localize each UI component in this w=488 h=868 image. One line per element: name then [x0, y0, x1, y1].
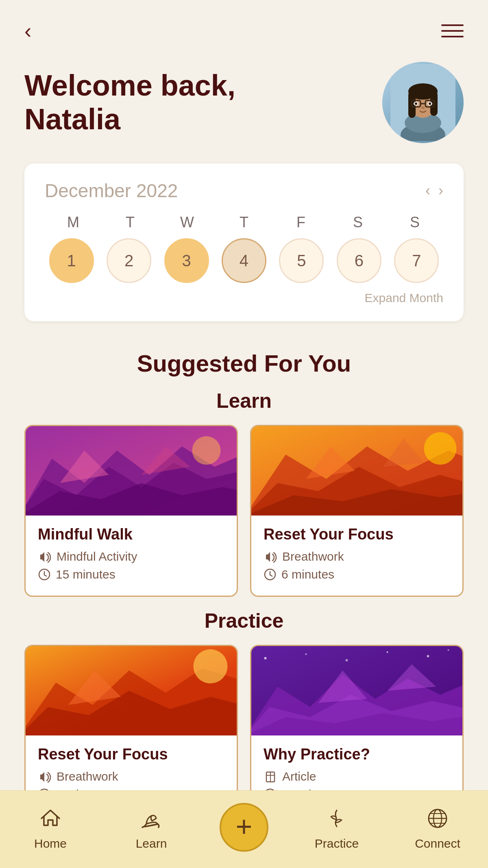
card-type-label-mindful-walk: Mindful Activity	[57, 550, 137, 563]
welcome-greeting: Welcome back, Natalia	[24, 69, 235, 136]
card-image-reset-focus-practice	[26, 646, 237, 735]
sound-icon-2	[264, 550, 277, 563]
svg-point-16	[429, 102, 431, 105]
calendar-header: December 2022 ‹ ›	[45, 180, 443, 202]
svg-point-9	[408, 85, 438, 98]
suggested-title: Suggested For You	[24, 350, 464, 377]
calendar-date-5[interactable]: 5	[279, 238, 324, 283]
card-time-mindful-walk: 15 minutes	[38, 568, 224, 581]
calendar-date-1[interactable]: 1	[49, 238, 94, 283]
welcome-section: Welcome back, Natalia	[0, 54, 488, 159]
calendar-dates-row: 1 2 3 4 5 6 7	[45, 238, 443, 283]
nav-label-learn: Learn	[136, 837, 167, 851]
connect-icon	[423, 804, 452, 833]
day-thu: T	[216, 214, 272, 231]
card-body-reset-focus-learn: Reset Your Focus Breathwork	[251, 516, 462, 596]
calendar-navigation: ‹ ›	[425, 183, 443, 198]
sound-icon	[38, 550, 52, 563]
card-reset-focus-learn[interactable]: Reset Your Focus Breathwork	[250, 425, 464, 597]
card-type-why-practice: Article	[264, 770, 450, 783]
card-mindful-walk[interactable]: Mindful Walk Mindful Activity	[24, 425, 238, 597]
nav-label-practice: Practice	[315, 837, 359, 851]
svg-point-32	[424, 432, 457, 465]
nav-item-connect[interactable]: Connect	[405, 804, 470, 851]
expand-month-button[interactable]: Expand Month	[45, 291, 443, 305]
svg-point-42	[305, 653, 307, 655]
nav-add-button[interactable]: +	[220, 803, 268, 852]
card-title-reset-focus-practice: Reset Your Focus	[38, 746, 224, 763]
card-type-reset-focus-practice: Breathwork	[38, 770, 224, 783]
practice-section-title: Practice	[24, 609, 464, 633]
calendar-next-button[interactable]: ›	[438, 183, 443, 198]
calendar-day-names: M T W T F S S	[45, 214, 443, 231]
nav-label-home: Home	[34, 837, 67, 851]
card-image-why-practice	[251, 646, 462, 735]
calendar-month-label: December 2022	[45, 180, 178, 202]
calendar-date-6[interactable]: 6	[337, 238, 381, 283]
day-fri: F	[272, 214, 329, 231]
svg-point-37	[194, 649, 228, 683]
nav-item-learn[interactable]: Learn	[119, 804, 184, 851]
practice-icon	[322, 804, 351, 833]
plus-icon: +	[236, 812, 253, 841]
calendar-date-2[interactable]: 2	[107, 238, 151, 283]
book-icon	[264, 770, 277, 783]
nav-item-home[interactable]: Home	[18, 804, 83, 851]
clock-icon-2	[264, 568, 277, 581]
svg-point-46	[448, 649, 449, 651]
card-type-label-why-practice: Article	[282, 770, 316, 783]
clock-icon-1	[38, 568, 51, 581]
nav-item-practice[interactable]: Practice	[304, 804, 369, 851]
day-wed: W	[159, 214, 216, 231]
card-body-mindful-walk: Mindful Walk Mindful Activity	[26, 516, 237, 596]
calendar-date-3[interactable]: 3	[164, 238, 209, 283]
suggested-section: Suggested For You Learn	[0, 342, 488, 837]
calendar-widget: December 2022 ‹ › M T W T F S S 1 2 3 4 …	[24, 163, 464, 321]
svg-point-43	[346, 659, 348, 661]
svg-point-15	[415, 102, 417, 105]
app-header: ‹	[0, 0, 488, 54]
day-sun: S	[386, 214, 443, 231]
card-image-reset-focus-learn	[251, 426, 462, 516]
calendar-prev-button[interactable]: ‹	[425, 183, 430, 198]
card-title-mindful-walk: Mindful Walk	[38, 526, 224, 543]
card-image-mindful-walk	[26, 426, 237, 516]
card-time-reset-focus-learn: 6 minutes	[264, 568, 450, 581]
sound-icon-3	[38, 770, 52, 783]
calendar-date-4[interactable]: 4	[222, 238, 266, 283]
learn-cards-grid: Mindful Walk Mindful Activity	[24, 425, 464, 597]
svg-point-24	[192, 436, 221, 465]
learn-icon	[137, 804, 166, 833]
learn-section-title: Learn	[24, 389, 464, 413]
card-type-mindful-walk: Mindful Activity	[38, 550, 224, 563]
card-type-label-reset-focus-learn: Breathwork	[282, 550, 344, 563]
day-mon: M	[45, 214, 102, 231]
day-sat: S	[329, 214, 386, 231]
calendar-date-7[interactable]: 7	[394, 238, 439, 283]
card-title-reset-focus-learn: Reset Your Focus	[264, 526, 450, 543]
svg-point-45	[427, 655, 429, 657]
card-type-label-reset-focus-practice: Breathwork	[57, 770, 118, 783]
bottom-navigation: Home Learn + Practice	[0, 790, 488, 868]
svg-point-44	[387, 651, 388, 653]
card-title-why-practice: Why Practice?	[264, 746, 450, 763]
avatar[interactable]	[382, 62, 464, 143]
nav-label-connect: Connect	[415, 837, 460, 851]
svg-point-41	[264, 657, 267, 659]
card-time-label-reset-focus-learn: 6 minutes	[281, 568, 334, 581]
menu-button[interactable]	[441, 24, 464, 37]
svg-point-17	[421, 107, 425, 109]
home-icon	[36, 804, 65, 833]
day-tue: T	[102, 214, 159, 231]
welcome-text: Welcome back, Natalia	[24, 69, 235, 136]
back-button[interactable]: ‹	[24, 20, 31, 41]
card-time-label-mindful-walk: 15 minutes	[56, 568, 115, 581]
card-type-reset-focus-learn: Breathwork	[264, 550, 450, 563]
